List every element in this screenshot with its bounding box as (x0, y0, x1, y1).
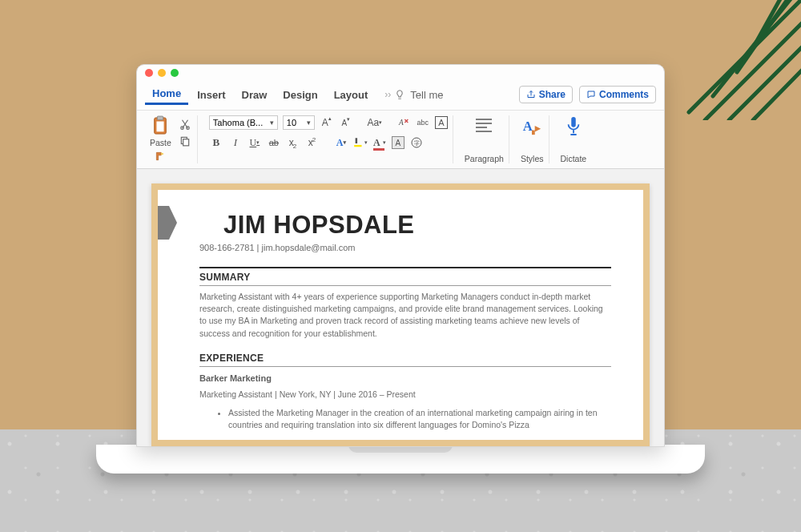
highlight-color-icon[interactable]: ▾ (353, 135, 368, 150)
window-titlebar (137, 65, 664, 81)
paste-button[interactable]: Paste (150, 115, 171, 163)
font-name-select[interactable]: Tahoma (B... (209, 115, 278, 130)
paste-label: Paste (150, 138, 171, 147)
section-experience-heading[interactable]: EXPERIENCE (199, 349, 611, 366)
list-item[interactable]: Assisted the Marketing Manager in the cr… (228, 407, 611, 431)
name-marker-icon (151, 206, 177, 240)
svg-text:A: A (398, 119, 404, 127)
character-border-icon[interactable]: A (435, 116, 448, 129)
maximize-window-button[interactable] (171, 69, 179, 77)
more-tabs-icon[interactable]: ›› (383, 89, 392, 100)
share-label: Share (539, 89, 566, 100)
dictate-button[interactable] (565, 115, 582, 136)
ribbon-group-font: Tahoma (B... 10 A▴ A▾ Aa▾ A abc A B I (204, 115, 453, 163)
resume-phone: 908-166-2781 (199, 243, 255, 252)
experience-dates: June 2016 – Present (338, 389, 416, 399)
font-size-select[interactable]: 10 (283, 115, 315, 130)
close-window-button[interactable] (145, 69, 153, 77)
laptop-base (96, 445, 705, 474)
experience-location: New York, NY (280, 389, 332, 399)
minimize-window-button[interactable] (158, 69, 166, 77)
strikethrough-button[interactable]: ab (267, 135, 281, 150)
mic-icon (565, 115, 582, 136)
summary-paragraph[interactable]: Marketing Assistant with 4+ years of exp… (199, 291, 611, 340)
paragraph-label: Paragraph (465, 154, 504, 163)
text-effects-icon[interactable]: A▾ (334, 135, 348, 150)
styles-button[interactable]: A (521, 115, 542, 136)
change-case-icon[interactable]: Aa▾ (368, 115, 382, 130)
tab-home[interactable]: Home (145, 84, 188, 105)
document-page[interactable]: JIM HOPSDALE 908-166-2781 | jim.hopsdale… (151, 183, 650, 446)
tab-design[interactable]: Design (276, 86, 324, 104)
cut-icon[interactable] (178, 117, 192, 131)
font-color-icon[interactable]: A ▾ (372, 135, 387, 150)
experience-position-line[interactable]: Marketing Assistant | New York, NY | Jun… (199, 389, 611, 399)
clipboard-icon (151, 115, 169, 136)
divider (199, 285, 611, 286)
svg-rect-1 (158, 116, 163, 120)
decrease-font-icon[interactable]: A▾ (339, 115, 353, 130)
styles-icon: A (521, 115, 542, 136)
ribbon-group-dictate: Dictate (556, 115, 592, 163)
character-shading-icon[interactable]: A (392, 136, 405, 149)
superscript-button[interactable]: x2 (305, 135, 320, 150)
dictate-label: Dictate (561, 154, 587, 163)
ribbon-group-styles: A Styles (516, 115, 549, 163)
svg-rect-16 (532, 131, 535, 135)
resume-contact-line[interactable]: 908-166-2781 | jim.hopsdale@mail.com (199, 243, 611, 252)
svg-rect-17 (571, 117, 576, 127)
experience-company[interactable]: Barker Marketing (199, 373, 611, 383)
ribbon-group-clipboard: Paste (145, 115, 198, 163)
font-size-value: 10 (287, 118, 296, 127)
svg-text:字: 字 (414, 139, 420, 147)
copy-icon[interactable] (178, 134, 192, 148)
underline-button[interactable]: U▾ (248, 135, 262, 150)
ribbon-toolbar: Paste Tahoma (B... 10 A▴ (137, 110, 664, 169)
italic-button[interactable]: I (228, 135, 243, 150)
app-window: Home Insert Draw Design Layout ›› Tell m… (136, 64, 665, 447)
resume-name[interactable]: JIM HOPSDALE (223, 211, 611, 240)
tab-layout[interactable]: Layout (327, 86, 376, 104)
svg-rect-2 (157, 122, 164, 132)
svg-rect-6 (183, 139, 189, 146)
divider (199, 366, 611, 367)
format-painter-icon[interactable] (153, 149, 167, 163)
comments-label: Comments (599, 89, 649, 100)
subscript-button[interactable]: x2 (286, 135, 300, 150)
experience-title: Marketing Assistant (199, 389, 272, 399)
share-icon (526, 90, 536, 99)
ribbon-tabs: Home Insert Draw Design Layout ›› Tell m… (137, 81, 664, 105)
document-canvas[interactable]: JIM HOPSDALE 908-166-2781 | jim.hopsdale… (137, 169, 664, 446)
bold-button[interactable]: B (209, 135, 223, 150)
lightbulb-icon (394, 89, 405, 100)
tab-draw[interactable]: Draw (235, 86, 275, 104)
share-button[interactable]: Share (519, 86, 573, 103)
paragraph-icon (473, 115, 495, 136)
svg-text:A: A (523, 119, 533, 134)
comment-icon (586, 90, 596, 99)
styles-label: Styles (521, 154, 544, 163)
clear-formatting-icon[interactable]: A (396, 115, 411, 130)
increase-font-icon[interactable]: A▴ (320, 115, 334, 130)
svg-rect-8 (354, 145, 361, 147)
font-name-value: Tahoma (B... (213, 118, 263, 127)
section-summary-heading[interactable]: SUMMARY (199, 267, 611, 285)
experience-bullets[interactable]: Assisted the Marketing Manager in the cr… (199, 407, 611, 431)
paragraph-button[interactable] (473, 115, 495, 136)
enclose-characters-icon[interactable]: 字 (409, 135, 424, 150)
tell-me-search[interactable]: Tell me (410, 89, 443, 101)
phonetic-guide-icon[interactable]: abc (416, 115, 430, 130)
ribbon-group-paragraph: Paragraph (460, 115, 509, 163)
tab-insert[interactable]: Insert (190, 86, 232, 104)
resume-email: jim.hopsdale@mail.com (262, 243, 356, 252)
comments-button[interactable]: Comments (579, 86, 656, 103)
